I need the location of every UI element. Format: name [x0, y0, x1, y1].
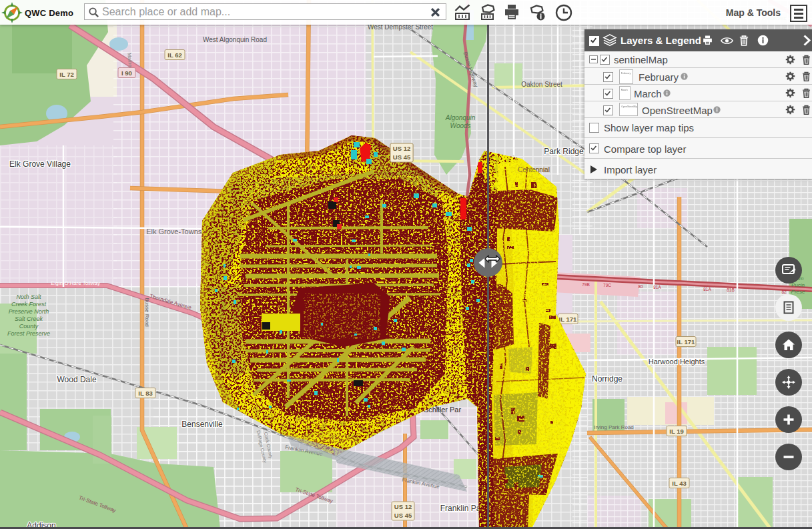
svg-text:79B: 79B — [582, 282, 590, 287]
svg-text:IL 171: IL 171 — [677, 338, 695, 346]
svg-text:US 12: US 12 — [394, 503, 412, 510]
svg-text:Busse Road: Busse Road — [144, 298, 150, 327]
svg-text:IL 83: IL 83 — [138, 390, 152, 397]
svg-text:IL 171: IL 171 — [559, 316, 577, 323]
svg-text:Bensenville: Bensenville — [181, 420, 223, 429]
svg-text:82: 82 — [781, 290, 787, 294]
svg-text:Centennial: Centennial — [518, 166, 550, 173]
svg-text:IL 43: IL 43 — [672, 480, 686, 487]
svg-text:West Algonquin Road: West Algonquin Road — [203, 36, 267, 43]
svg-text:79C: 79C — [603, 283, 611, 288]
svg-text:Prese: Prese — [791, 289, 805, 295]
svg-text:Elk Grove-Townshi: Elk Grove-Townshi — [146, 227, 208, 235]
svg-text:81A: 81A — [653, 285, 661, 290]
svg-text:Preserve North: Preserve North — [9, 308, 49, 315]
svg-text:Elgin-O'Hare Tollway: Elgin-O'Hare Tollway — [51, 280, 100, 286]
svg-text:Forest Preserve: Forest Preserve — [7, 330, 50, 337]
svg-text:Woods: Woods — [450, 122, 470, 129]
svg-text:81A: 81A — [703, 287, 711, 292]
svg-text:County: County — [19, 323, 39, 330]
svg-text:Oakton Street: Oakton Street — [521, 81, 562, 88]
svg-text:80: 80 — [638, 284, 643, 289]
svg-text:Harwood Heights: Harwood Heights — [649, 358, 705, 366]
svg-text:IL 19: IL 19 — [669, 428, 683, 435]
svg-text:Salt Creek: Salt Creek — [15, 316, 43, 322]
svg-text:Noth Salt: Noth Salt — [16, 294, 41, 300]
svg-text:US 45: US 45 — [393, 153, 411, 161]
svg-text:Irving Park Road: Irving Park Road — [594, 424, 634, 430]
svg-text:81B: 81B — [727, 288, 735, 292]
svg-text:Algonquin: Algonquin — [445, 114, 476, 121]
svg-text:Creek Forest: Creek Forest — [11, 301, 47, 308]
svg-text:Elk Grove Village: Elk Grove Village — [9, 159, 71, 169]
svg-text:Park Ridge: Park Ridge — [544, 147, 584, 156]
svg-text:IL 62: IL 62 — [167, 51, 181, 59]
svg-text:Pucin: Pucin — [791, 282, 805, 288]
svg-text:US 12: US 12 — [393, 145, 410, 152]
svg-text:US 45: US 45 — [394, 512, 412, 519]
svg-text:Wood Dale: Wood Dale — [57, 375, 96, 384]
svg-text:I 90: I 90 — [121, 69, 132, 77]
svg-text:IL 72: IL 72 — [59, 71, 73, 78]
svg-text:Norridge: Norridge — [592, 374, 623, 384]
